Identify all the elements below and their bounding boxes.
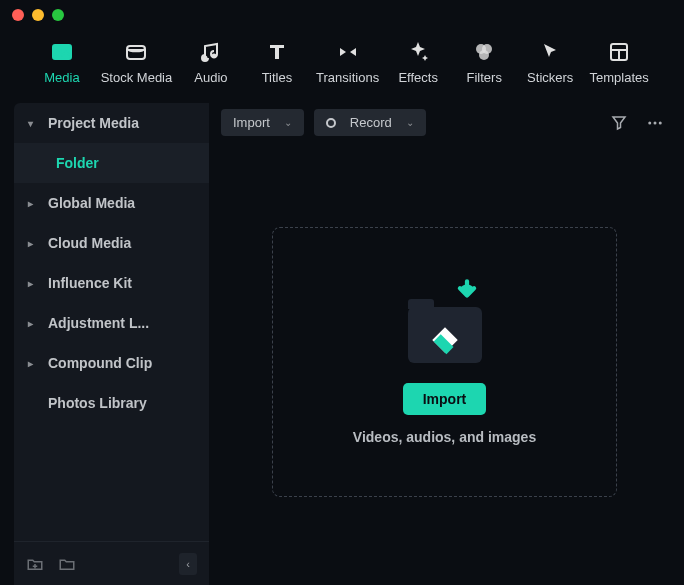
tab-titles[interactable]: Titles xyxy=(253,40,301,85)
svg-rect-2 xyxy=(127,46,145,59)
sidebar-item-label: Project Media xyxy=(48,115,139,131)
tab-audio[interactable]: Audio xyxy=(187,40,235,85)
tab-label: Filters xyxy=(467,70,502,85)
svg-point-4 xyxy=(211,54,216,59)
svg-point-13 xyxy=(648,121,651,124)
chevron-down-icon: ⌄ xyxy=(406,117,414,128)
collapse-sidebar-button[interactable]: ‹ xyxy=(179,553,197,575)
svg-point-7 xyxy=(479,50,489,60)
tab-stock-media[interactable]: Stock Media xyxy=(104,40,169,85)
window-zoom-button[interactable] xyxy=(52,9,64,21)
dropzone-hint: Videos, audios, and images xyxy=(353,429,536,445)
sidebar-item-label: Influence Kit xyxy=(48,275,132,291)
sidebar-item-global-media[interactable]: ▸ Global Media xyxy=(14,183,209,223)
import-graphic xyxy=(400,279,490,369)
tab-templates[interactable]: Templates xyxy=(592,40,646,85)
chevron-right-icon: ▸ xyxy=(28,318,38,329)
record-icon xyxy=(326,118,336,128)
sidebar-item-adjustment-layer[interactable]: ▸ Adjustment L... xyxy=(14,303,209,343)
window-minimize-button[interactable] xyxy=(32,9,44,21)
tab-filters[interactable]: Filters xyxy=(460,40,508,85)
sidebar-item-cloud-media[interactable]: ▸ Cloud Media xyxy=(14,223,209,263)
sidebar-item-compound-clip[interactable]: ▸ Compound Clip xyxy=(14,343,209,383)
sidebar-footer: ‹ xyxy=(14,541,209,585)
chevron-down-icon: ⌄ xyxy=(284,117,292,128)
top-toolbar: Media Stock Media Audio Titles Transitio… xyxy=(0,30,684,99)
sidebar: ▾ Project Media Folder ▸ Global Media ▸ … xyxy=(14,103,209,585)
sidebar-item-label: Cloud Media xyxy=(48,235,131,251)
tab-label: Media xyxy=(44,70,79,85)
tab-effects[interactable]: Effects xyxy=(394,40,442,85)
sidebar-item-folder[interactable]: Folder xyxy=(14,143,209,183)
sidebar-item-label: Photos Library xyxy=(48,395,147,411)
import-dropdown[interactable]: Import ⌄ xyxy=(221,109,304,136)
sidebar-item-project-media[interactable]: ▾ Project Media xyxy=(14,103,209,143)
tab-label: Effects xyxy=(398,70,438,85)
import-dropdown-label: Import xyxy=(233,115,270,130)
media-icon xyxy=(50,40,74,64)
tab-media[interactable]: Media xyxy=(38,40,86,85)
tab-label: Titles xyxy=(262,70,293,85)
main-panel: Import ⌄ Record ⌄ xyxy=(209,99,684,585)
window-close-button[interactable] xyxy=(12,9,24,21)
filters-icon xyxy=(472,40,496,64)
tab-label: Audio xyxy=(194,70,227,85)
chevron-right-icon: ▸ xyxy=(28,358,38,369)
chevron-right-icon: ▸ xyxy=(28,198,38,209)
svg-point-3 xyxy=(202,56,207,61)
tab-label: Stickers xyxy=(527,70,573,85)
import-dropzone[interactable]: Import Videos, audios, and images xyxy=(272,227,617,497)
tab-label: Stock Media xyxy=(101,70,173,85)
titlebar xyxy=(0,0,684,30)
svg-point-14 xyxy=(654,121,657,124)
audio-icon xyxy=(199,40,223,64)
titles-icon xyxy=(265,40,289,64)
more-icon[interactable] xyxy=(642,110,668,136)
new-folder-icon[interactable] xyxy=(26,555,44,573)
chevron-down-icon: ▾ xyxy=(28,118,38,129)
stickers-icon xyxy=(538,40,562,64)
sidebar-item-label: Compound Clip xyxy=(48,355,152,371)
filter-icon[interactable] xyxy=(606,110,632,136)
sidebar-item-label: Global Media xyxy=(48,195,135,211)
tab-label: Templates xyxy=(589,70,648,85)
chevron-right-icon: ▸ xyxy=(28,278,38,289)
chevron-right-icon: ▸ xyxy=(28,238,38,249)
templates-icon xyxy=(607,40,631,64)
sidebar-item-photos-library[interactable]: ▸ Photos Library xyxy=(14,383,209,423)
folder-icon[interactable] xyxy=(58,555,76,573)
svg-point-15 xyxy=(659,121,662,124)
tab-label: Transitions xyxy=(316,70,379,85)
record-dropdown[interactable]: Record ⌄ xyxy=(314,109,426,136)
sidebar-item-influence-kit[interactable]: ▸ Influence Kit xyxy=(14,263,209,303)
effects-icon xyxy=(406,40,430,64)
stock-media-icon xyxy=(124,40,148,64)
tab-transitions[interactable]: Transitions xyxy=(319,40,376,85)
dropzone-area: Import Videos, audios, and images xyxy=(219,148,670,575)
sidebar-list: ▾ Project Media Folder ▸ Global Media ▸ … xyxy=(14,103,209,541)
main-toolbar: Import ⌄ Record ⌄ xyxy=(219,103,670,148)
tab-stickers[interactable]: Stickers xyxy=(526,40,574,85)
download-arrow-icon xyxy=(450,277,484,311)
sidebar-item-label: Adjustment L... xyxy=(48,315,149,331)
transitions-icon xyxy=(336,40,360,64)
import-button[interactable]: Import xyxy=(403,383,487,415)
record-dropdown-label: Record xyxy=(350,115,392,130)
sidebar-item-label: Folder xyxy=(56,155,99,171)
